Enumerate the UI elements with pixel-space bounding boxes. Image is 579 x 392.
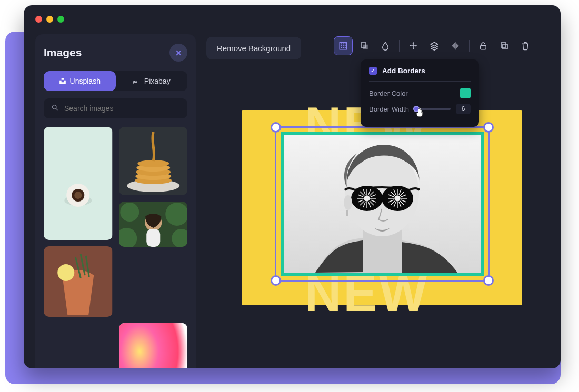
borders-popover: ✓ Add Borders Border Color Border Width … [361,59,479,127]
toolbar-divider [469,40,470,52]
design-canvas[interactable]: NEW NEW [242,110,522,305]
svg-point-1 [53,105,57,109]
search-input[interactable] [64,104,180,113]
image-thumb-gradient[interactable] [119,323,188,368]
svg-text:px: px [133,79,138,84]
duplicate-icon [500,41,509,51]
search-icon [51,104,59,113]
svg-point-17 [120,203,139,222]
panel-close-button[interactable] [169,44,187,62]
toolbar-divider [399,40,400,52]
window-traffic-lights [35,16,64,23]
remove-background-label: Remove Background [217,44,291,53]
svg-point-40 [343,43,344,44]
tool-position[interactable] [404,37,422,55]
svg-rect-24 [119,323,187,368]
svg-point-6 [74,192,82,199]
svg-point-47 [345,47,346,48]
svg-point-18 [165,203,187,226]
panel-title: Images [44,46,82,59]
image-grid [44,127,187,368]
window-zoom-dot[interactable] [57,16,64,23]
tab-label: Pixabay [144,77,171,85]
svg-rect-51 [503,44,507,49]
svg-rect-49 [363,45,368,49]
svg-point-46 [343,47,344,48]
resize-handle-tr[interactable] [483,122,494,133]
image-thumb-woman-foliage[interactable] [119,202,188,247]
border-width-label: Border Width [369,105,409,113]
add-borders-checkbox[interactable]: ✓ [369,67,377,75]
image-source-tabs: Unsplash px Pixabay [44,71,187,91]
svg-point-42 [341,45,342,46]
border-width-value[interactable]: 6 [456,104,471,114]
image-thumb-pancakes[interactable] [119,127,188,195]
droplet-icon [381,41,390,51]
svg-point-44 [345,45,346,46]
image-thumb-coffee[interactable] [44,127,113,240]
resize-handle-bl[interactable] [271,275,281,286]
window-minimize-dot[interactable] [46,16,53,23]
unlock-icon [478,41,488,51]
image-thumb-cocktail[interactable] [44,246,113,317]
tab-unsplash[interactable]: Unsplash [44,71,116,91]
svg-rect-52 [501,43,506,47]
pixabay-icon: px [133,78,141,84]
tool-duplicate[interactable] [495,37,513,55]
svg-rect-2 [44,127,112,240]
move-icon [408,41,418,51]
svg-point-39 [341,43,342,44]
border-color-label: Border Color [369,89,408,97]
border-width-slider[interactable] [414,108,451,110]
svg-point-45 [341,47,342,48]
window-close-dot[interactable] [35,16,42,23]
unsplash-icon [59,77,66,85]
trash-icon [521,41,530,51]
images-panel: Images Unsplash px Pixabay [35,34,196,368]
tool-opacity[interactable] [376,37,394,55]
selection-frame[interactable] [275,126,490,282]
svg-point-15 [57,264,74,281]
tool-delete[interactable] [516,37,534,55]
add-borders-label: Add Borders [382,67,425,75]
tab-label: Unsplash [70,77,101,85]
close-icon [175,49,183,57]
app-window: Images Unsplash px Pixabay [24,5,561,368]
svg-point-13 [137,160,169,167]
resize-handle-tl[interactable] [271,122,281,133]
layers-icon [430,41,439,51]
tool-shadow[interactable] [355,37,373,55]
border-color-swatch[interactable] [460,88,471,98]
shadow-icon [360,41,369,51]
image-search[interactable] [44,98,187,118]
remove-background-button[interactable]: Remove Background [206,37,301,59]
svg-rect-50 [481,45,486,49]
svg-point-41 [345,43,346,44]
element-toolbar [334,37,534,55]
flip-icon [451,41,460,51]
svg-rect-22 [146,229,160,247]
resize-handle-br[interactable] [483,275,494,286]
popover-header: ✓ Add Borders [369,67,471,82]
tab-pixabay[interactable]: px Pixabay [116,71,188,91]
tool-borders[interactable] [334,37,352,55]
tool-flip[interactable] [446,37,464,55]
tool-layers[interactable] [425,37,443,55]
slider-knob[interactable] [413,106,420,112]
tool-lock[interactable] [474,37,492,55]
borders-icon [338,41,348,51]
svg-point-43 [343,45,344,46]
